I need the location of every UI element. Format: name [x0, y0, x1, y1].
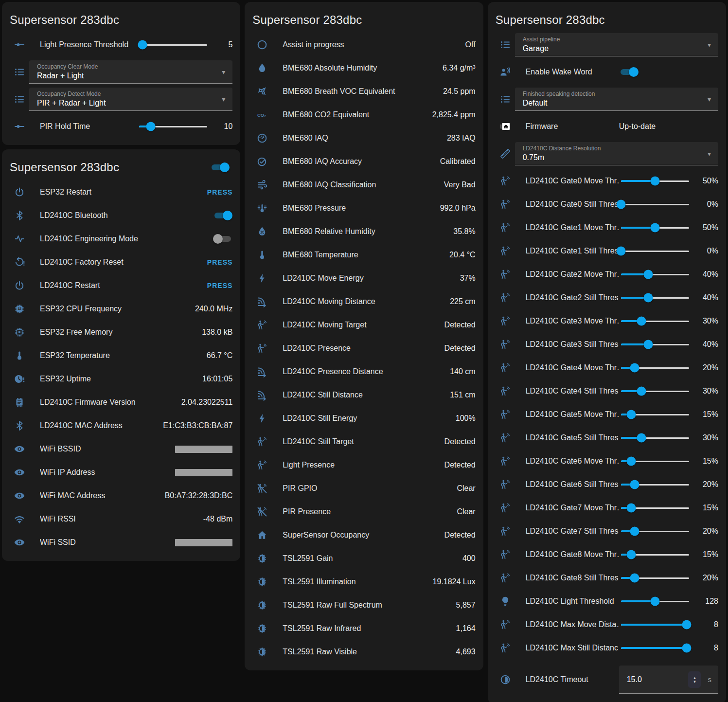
- row-ld2410c-gate5-move-thr[interactable]: LD2410C Gate5 Move Thr…15%: [496, 403, 718, 426]
- row-ld2410c-gate4-still-thres[interactable]: LD2410C Gate4 Still Thres…30%: [496, 379, 718, 403]
- slider-thumb[interactable]: [616, 200, 625, 209]
- number-input[interactable]: 15.0▴▾s: [619, 666, 718, 694]
- slider-ld2410c-gate3-still-thres[interactable]: [621, 339, 689, 350]
- row-esp32-temperature[interactable]: ESP32 Temperature66.7 °C: [10, 344, 232, 367]
- row-tsl2591-raw-full-spectrum[interactable]: TSL2591 Raw Full Spectrum5,857: [252, 594, 475, 617]
- row-ld2410c-gate0-still-thres[interactable]: LD2410C Gate0 Still Thres…0%: [496, 193, 718, 216]
- slider-track[interactable]: [621, 251, 689, 252]
- row-ld2410c-restart[interactable]: LD2410C RestartPRESS: [10, 274, 232, 297]
- row-bme680-iaq[interactable]: BME680 IAQ283 IAQ: [252, 126, 475, 150]
- row-ld2410c-gate4-move-thr[interactable]: LD2410C Gate4 Move Thr…20%: [496, 356, 718, 379]
- row-ld2410c-gate3-still-thres[interactable]: LD2410C Gate3 Still Thres…40%: [496, 333, 718, 356]
- slider-thumb[interactable]: [643, 340, 653, 349]
- slider-thumb[interactable]: [626, 550, 636, 559]
- slider-thumb[interactable]: [643, 293, 653, 303]
- slider-thumb[interactable]: [637, 433, 646, 443]
- row-wifi-bssid[interactable]: WiFi BSSID: [10, 437, 232, 461]
- row-wifi-ip-address[interactable]: WiFi IP Address: [10, 461, 232, 484]
- slider-ld2410c-gate4-move-thr[interactable]: [621, 362, 689, 373]
- row-tsl2591-raw-infrared[interactable]: TSL2591 Raw Infrared1,164: [252, 617, 475, 640]
- press-button[interactable]: PRESS: [207, 188, 232, 196]
- slider-thumb[interactable]: [682, 644, 692, 653]
- row-ld2410c-bluetooth[interactable]: LD2410C Bluetooth: [10, 204, 232, 227]
- slider-ld2410c-gate2-still-thres[interactable]: [621, 292, 689, 303]
- row-firmware[interactable]: FirmwareUp-to-date: [496, 115, 718, 138]
- row-bme680-iaq-accuracy[interactable]: BME680 IAQ AccuracyCalibrated: [252, 150, 475, 173]
- row-assist-pipeline[interactable]: Assist pipelineGarage▾: [496, 33, 718, 56]
- row-esp32-cpu-frequency[interactable]: 32ESP32 CPU Frequency240.0 MHz: [10, 297, 232, 321]
- row-tsl2591-illumination[interactable]: TSL2591 Illumination19.1824 Lux: [252, 570, 475, 594]
- row-bme680-absolute-humidity[interactable]: BME680 Absolute Humidity6.34 g/m³: [252, 56, 475, 80]
- number-stepper[interactable]: ▴▾: [688, 671, 701, 688]
- row-pir-hold-time[interactable]: PIR Hold Time10: [10, 115, 232, 138]
- slider-light-presence-threshold[interactable]: [139, 39, 207, 50]
- row-ld2410c-still-target[interactable]: LD2410C Still TargetDetected: [252, 430, 475, 453]
- row-tsl2591-gain[interactable]: TSL2591 Gain400: [252, 547, 475, 570]
- row-ld2410c-gate6-move-thr[interactable]: LD2410C Gate6 Move Thr…15%: [496, 450, 718, 473]
- ld2410c-engineering-mode-toggle[interactable]: [213, 234, 232, 244]
- slider-thumb[interactable]: [626, 410, 636, 419]
- row-pir-gpio[interactable]: PIR GPIOClear: [252, 477, 475, 500]
- row-bme680-iaq-classification[interactable]: BME680 IAQ ClassificationVery Bad: [252, 173, 475, 197]
- slider-pir-hold-time[interactable]: [139, 121, 207, 132]
- select-occupancy-detect-mode[interactable]: Occupancy Detect ModePIR + Radar + Light…: [29, 88, 232, 111]
- row-ld2410c-gate8-still-thres[interactable]: LD2410C Gate8 Still Thres…20%: [496, 566, 718, 590]
- row-ld2410c-still-energy[interactable]: LD2410C Still Energy100%: [252, 407, 475, 430]
- row-ld2410c-gate1-move-thr[interactable]: LD2410C Gate1 Move Thr…50%: [496, 216, 718, 239]
- slider-thumb[interactable]: [630, 574, 639, 583]
- ld2410c-bluetooth-toggle[interactable]: [213, 211, 232, 220]
- row-bme680-relative-humidity[interactable]: BME680 Relative Humidity35.8%: [252, 220, 475, 243]
- row-ld2410c-engineering-mode[interactable]: LD2410C Engineering Mode: [10, 227, 232, 251]
- row-ld2410c-light-threshold[interactable]: LD2410C Light Threshold128: [496, 590, 718, 613]
- row-ld2410c-presence-distance[interactable]: LD2410C Presence Distance140 cm: [252, 360, 475, 383]
- slider-thumb[interactable]: [616, 247, 625, 256]
- row-ld2410c-gate6-still-thres[interactable]: LD2410C Gate6 Still Thres…20%: [496, 473, 718, 496]
- slider-ld2410c-gate3-move-thr[interactable]: [621, 316, 689, 326]
- slider-ld2410c-gate6-still-thres[interactable]: [621, 479, 689, 490]
- row-occupancy-detect-mode[interactable]: Occupancy Detect ModePIR + Radar + Light…: [10, 88, 232, 111]
- slider-ld2410c-gate6-move-thr[interactable]: [621, 456, 689, 467]
- row-ld2410c-gate2-still-thres[interactable]: LD2410C Gate2 Still Thres…40%: [496, 286, 718, 309]
- slider-thumb[interactable]: [630, 480, 639, 489]
- row-ld2410c-distance-resolution[interactable]: LD2410C Distance Resolution0.75m▾: [496, 142, 718, 165]
- select-occupancy-clear-mode[interactable]: Occupancy Clear ModeRadar + Light▾: [29, 60, 232, 84]
- slider-ld2410c-gate4-still-thres[interactable]: [621, 386, 689, 396]
- slider-thumb[interactable]: [630, 363, 639, 373]
- select-ld2410c-distance-resolution[interactable]: LD2410C Distance Resolution0.75m▾: [515, 142, 718, 165]
- slider-thumb[interactable]: [650, 223, 659, 233]
- row-ld2410c-max-still-distanc[interactable]: LD2410C Max Still Distanc…8: [496, 636, 718, 660]
- device-enable-toggle[interactable]: [210, 162, 230, 172]
- slider-thumb[interactable]: [650, 177, 659, 186]
- slider-ld2410c-gate7-still-thres[interactable]: [621, 526, 689, 537]
- row-ld2410c-firmware-version[interactable]: LD2410C Firmware Version2.04.23022511: [10, 391, 232, 414]
- row-wifi-ssid[interactable]: WiFi SSID: [10, 531, 232, 554]
- slider-ld2410c-gate7-move-thr[interactable]: [621, 503, 689, 513]
- slider-ld2410c-gate2-move-thr[interactable]: [621, 269, 689, 280]
- select-finished-speaking-detection[interactable]: Finished speaking detectionDefault▾: [515, 88, 718, 111]
- slider-thumb[interactable]: [650, 597, 659, 606]
- slider-ld2410c-gate0-still-thres[interactable]: [621, 199, 689, 210]
- slider-track[interactable]: [139, 44, 207, 46]
- row-ld2410c-moving-distance[interactable]: LD2410C Moving Distance225 cm: [252, 290, 475, 313]
- row-ld2410c-gate0-move-thr[interactable]: LD2410C Gate0 Move Thr…50%: [496, 169, 718, 193]
- slider-thumb[interactable]: [626, 457, 636, 466]
- row-enable-wake-word[interactable]: Enable Wake Word: [496, 60, 718, 84]
- row-ld2410c-factory-reset[interactable]: LD2410C Factory ResetPRESS: [10, 251, 232, 274]
- row-esp32-restart[interactable]: ESP32 RestartPRESS: [10, 180, 232, 204]
- row-ld2410c-gate7-still-thres[interactable]: LD2410C Gate7 Still Thres…20%: [496, 520, 718, 543]
- slider-thumb[interactable]: [682, 620, 692, 630]
- row-ld2410c-moving-target[interactable]: LD2410C Moving TargetDetected: [252, 313, 475, 337]
- row-bme680-co2-equivalent[interactable]: CO2BME680 CO2 Equivalent2,825.4 ppm: [252, 103, 475, 126]
- row-ld2410c-timeout[interactable]: LD2410C Timeout15.0▴▾s: [496, 663, 718, 697]
- row-ld2410c-move-energy[interactable]: LD2410C Move Energy37%: [252, 267, 475, 290]
- slider-ld2410c-max-move-dista[interactable]: [621, 619, 689, 630]
- row-occupancy-clear-mode[interactable]: Occupancy Clear ModeRadar + Light▾: [10, 60, 232, 84]
- slider-thumb[interactable]: [637, 317, 646, 326]
- row-esp32-free-memory[interactable]: ESP32 Free Memory138.0 kB: [10, 321, 232, 344]
- press-button[interactable]: PRESS: [207, 282, 232, 289]
- row-wifi-rssi[interactable]: WiFi RSSI-48 dBm: [10, 507, 232, 531]
- slider-thumb[interactable]: [138, 40, 147, 50]
- row-ld2410c-max-move-dista[interactable]: LD2410C Max Move Dista…8: [496, 613, 718, 636]
- row-ld2410c-presence[interactable]: LD2410C PresenceDetected: [252, 337, 475, 360]
- row-ld2410c-gate2-move-thr[interactable]: LD2410C Gate2 Move Thr…40%: [496, 263, 718, 286]
